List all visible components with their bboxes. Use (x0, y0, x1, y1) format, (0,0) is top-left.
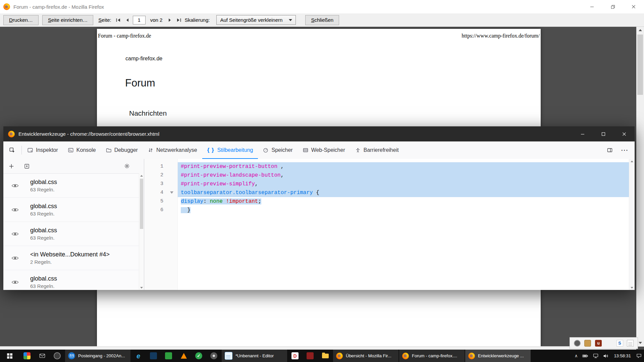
sidebar-scrollbar[interactable] (139, 173, 144, 290)
line-number-gutter: 1 2 3 4 5 6 (144, 159, 178, 290)
minimize-button[interactable] (572, 126, 593, 141)
stylesheet-name: global.css (30, 203, 144, 210)
site-name: camp-firefox.de (125, 56, 541, 62)
maximize-button[interactable] (593, 126, 614, 141)
scale-select[interactable]: Auf Seitengröße verkleinern (216, 15, 296, 25)
scroll-down-icon[interactable] (629, 285, 635, 290)
tab-speicher[interactable]: Speicher (258, 141, 298, 159)
mail-app-icon[interactable] (35, 350, 50, 362)
dark-red-app-icon[interactable] (303, 350, 318, 362)
firefox-icon (402, 353, 409, 359)
round-tray-icon[interactable] (574, 340, 581, 347)
editor-scrollbar[interactable] (629, 159, 635, 290)
code-pane[interactable]: #print-preview-portrait-button , #print-… (178, 159, 629, 290)
meatball-menu-icon[interactable]: ⋯ (617, 141, 632, 159)
page-number-input[interactable] (133, 16, 146, 24)
scroll-up-icon[interactable] (629, 159, 635, 164)
d-letter-app-icon[interactable]: D (287, 350, 303, 362)
minimize-button[interactable] (582, 0, 602, 13)
print-button[interactable]: Drucken… (3, 15, 39, 25)
taskbar-button-mail[interactable]: Posteingang - 2002An... (65, 350, 130, 362)
restore-button[interactable] (602, 0, 623, 13)
taskbar-button-editor[interactable]: *Unbenannt - Editor (222, 350, 287, 362)
red-badge-icon[interactable]: u (595, 340, 602, 347)
devtools-titlebar[interactable]: Entwicklerwerkzeuge - chrome://browser/c… (3, 126, 635, 141)
start-button[interactable] (0, 350, 19, 362)
volume-icon[interactable] (601, 350, 611, 362)
tab-debugger[interactable]: Debugger (101, 141, 143, 159)
close-button[interactable] (623, 0, 644, 13)
taskbar-button-devtools[interactable]: Entwicklerwerkzeuge ... (465, 350, 531, 362)
eye-icon[interactable] (11, 280, 19, 285)
colorful-app-icon[interactable] (19, 350, 35, 362)
print-window-title: Forum - camp-firefox.de - Mozilla Firefo… (13, 4, 104, 10)
close-preview-button[interactable]: Schließen (305, 15, 339, 25)
orange-cone-icon[interactable] (176, 350, 191, 362)
tab-netzwerkanalyse[interactable]: Netzwerkanalyse (143, 141, 202, 159)
scrollbar-thumb[interactable] (637, 35, 643, 95)
debugger-icon (106, 147, 111, 153)
css-source-editor[interactable]: 1 2 3 4 5 6 #print-preview-portrait-butt… (144, 159, 635, 290)
tab-konsole[interactable]: Konsole (63, 141, 101, 159)
network-icon[interactable] (591, 350, 601, 362)
fold-arrow-icon[interactable] (170, 191, 173, 194)
taskbar-button-label: Entwicklerwerkzeuge ... (478, 353, 528, 358)
dark-blue-app-icon[interactable] (146, 350, 161, 362)
dark-circle-app-icon[interactable] (50, 350, 65, 362)
edge-icon[interactable]: e (131, 350, 146, 362)
tab-stilbearbeitung[interactable]: { } Stilbearbeitung (202, 141, 258, 159)
split-pane-icon[interactable] (602, 141, 617, 159)
eye-icon[interactable] (11, 256, 19, 260)
stylesheet-name: global.css (30, 227, 144, 234)
import-stylesheet-icon[interactable] (24, 164, 30, 169)
s-badge-icon[interactable]: S (616, 340, 623, 347)
previous-page-button[interactable] (123, 16, 131, 24)
clock[interactable]: 13:58:31 (611, 350, 634, 362)
eye-icon[interactable] (11, 207, 19, 212)
stylesheet-rules: 63 Regeln. (30, 235, 144, 241)
battery-icon[interactable] (580, 350, 591, 362)
gray-app-icon[interactable] (206, 350, 221, 362)
scrollbar-thumb[interactable] (140, 179, 143, 229)
page-setup-button[interactable]: Seite einrichten… (42, 15, 93, 25)
new-stylesheet-icon[interactable] (9, 164, 14, 169)
stylesheet-item[interactable]: global.css 63 Regeln. (3, 270, 144, 290)
gear-icon[interactable] (124, 163, 130, 169)
close-button[interactable] (614, 126, 635, 141)
tab-label: Stilbearbeitung (217, 147, 253, 153)
taskbar-button-firefox-forum[interactable]: Forum - camp-firefox.... (399, 350, 465, 362)
node-picker-icon[interactable] (3, 141, 21, 159)
next-page-button[interactable] (166, 16, 174, 24)
tab-inspektor[interactable]: Inspektor (22, 141, 63, 159)
action-center-icon[interactable] (634, 350, 644, 362)
tab-barrierefreiheit[interactable]: Barrierefreiheit (350, 141, 404, 159)
package-tray-icon[interactable] (584, 340, 591, 347)
green-app-icon[interactable] (161, 350, 176, 362)
firefox-icon (468, 353, 475, 359)
tray-chevron-icon[interactable]: ∧ (572, 350, 580, 362)
eye-icon[interactable] (11, 183, 19, 188)
stylesheet-item[interactable]: <in Webseite...Dokument #4> 2 Regeln. (3, 246, 144, 270)
stylesheet-item[interactable]: global.css 63 Regeln. (3, 222, 144, 246)
first-page-button[interactable] (114, 16, 123, 24)
page-header-title: Forum - camp-firefox.de (98, 33, 151, 39)
check-badge-icon[interactable]: ✓ (191, 350, 206, 362)
folder-icon[interactable] (318, 350, 333, 362)
grid-tray-icon[interactable] (606, 340, 612, 347)
preview-vertical-scrollbar[interactable] (636, 26, 644, 347)
taskbar-button-firefox-uebersicht[interactable]: Übersicht - Mozilla Fir... (333, 350, 398, 362)
tab-web-speicher[interactable]: Web-Speicher (298, 141, 350, 159)
eye-icon[interactable] (11, 232, 19, 236)
window-controls (582, 0, 644, 13)
stylesheet-rules: 2 Regeln. (30, 259, 144, 265)
scroll-down-icon[interactable] (139, 285, 144, 290)
preview-horizontal-scrollbar[interactable] (0, 346, 636, 350)
stylesheet-item[interactable]: global.css 63 Regeln. (3, 198, 144, 222)
print-window-titlebar[interactable]: Forum - camp-firefox.de - Mozilla Firefo… (0, 0, 644, 13)
scroll-up-icon[interactable] (636, 26, 644, 34)
last-page-button[interactable] (174, 16, 183, 24)
stylesheet-item[interactable]: global.css 63 Regeln. (3, 174, 144, 198)
network-icon (148, 147, 153, 153)
scroll-up-icon[interactable] (139, 173, 144, 178)
document-tray-icon[interactable] (627, 340, 634, 347)
